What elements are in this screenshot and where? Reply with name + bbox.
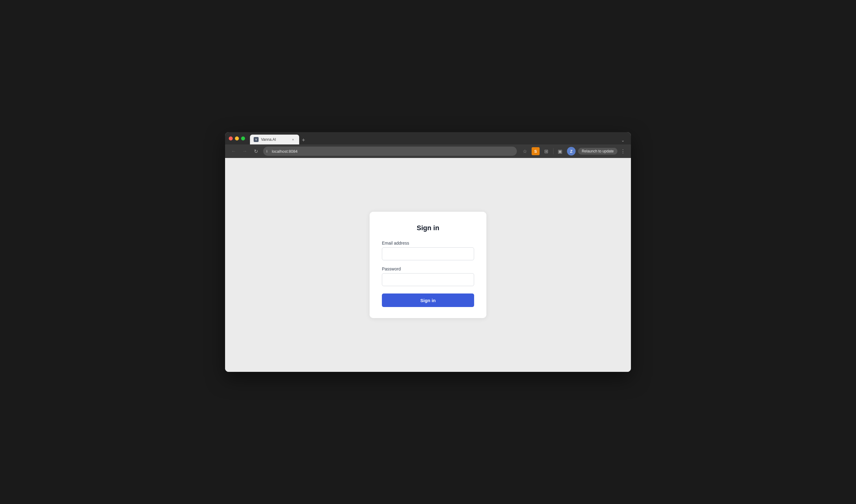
addressbar: ← → ↻ ℹ ☆ S ⊞ ▣ Z Relaunch to update ⋮ (225, 144, 631, 158)
address-input[interactable] (263, 147, 517, 156)
reload-button[interactable]: ↻ (252, 147, 260, 155)
sidebar-icon[interactable]: ▣ (556, 147, 565, 156)
traffic-lights (229, 137, 245, 141)
tab-favicon: V (254, 137, 258, 142)
relaunch-button[interactable]: Relaunch to update (578, 148, 618, 155)
toolbar-icons: ☆ S ⊞ ▣ Z Relaunch to update ⋮ (520, 147, 626, 156)
page-content: Sign in Email address Password Sign in (225, 158, 631, 372)
more-menu-button[interactable]: ⋮ (620, 148, 626, 154)
address-bar-wrapper: ℹ (263, 147, 517, 156)
email-label: Email address (382, 241, 474, 246)
signin-button[interactable]: Sign in (382, 293, 474, 307)
window-menu-button[interactable]: ⌄ (619, 136, 627, 144)
signin-title: Sign in (382, 224, 474, 232)
minimize-traffic-light[interactable] (235, 137, 239, 141)
browser-window: V Vanna.AI × + ⌄ ← → ↻ ℹ ☆ S ⊞ ▣ Z (225, 132, 631, 372)
back-button[interactable]: ← (230, 147, 237, 155)
bookmark-star-icon[interactable]: ☆ (520, 147, 529, 156)
password-label: Password (382, 267, 474, 271)
titlebar: V Vanna.AI × + ⌄ (225, 132, 631, 144)
tab-title: Vanna.AI (261, 137, 288, 142)
tab-bar: V Vanna.AI × + ⌄ (250, 132, 627, 144)
password-form-group: Password (382, 267, 474, 286)
forward-button[interactable]: → (241, 147, 248, 155)
active-tab[interactable]: V Vanna.AI × (250, 134, 299, 144)
lock-icon: ℹ (266, 149, 268, 154)
tab-close-button[interactable]: × (290, 137, 296, 142)
puzzle-icon[interactable]: ⊞ (542, 147, 551, 156)
extensions-icon[interactable]: S (532, 147, 540, 155)
new-tab-button[interactable]: + (299, 136, 308, 144)
maximize-traffic-light[interactable] (241, 137, 245, 141)
email-input[interactable] (382, 247, 474, 260)
password-input[interactable] (382, 273, 474, 286)
close-traffic-light[interactable] (229, 137, 233, 141)
toolbar-divider (553, 148, 553, 154)
email-form-group: Email address (382, 241, 474, 260)
window-controls-right: ⌄ (619, 136, 627, 144)
signin-card: Sign in Email address Password Sign in (370, 212, 486, 318)
profile-button[interactable]: Z (567, 147, 575, 156)
